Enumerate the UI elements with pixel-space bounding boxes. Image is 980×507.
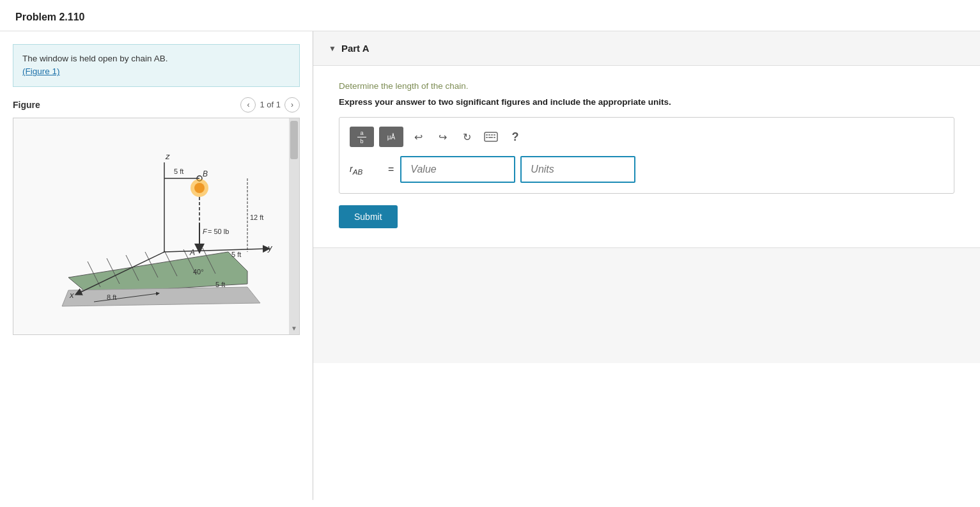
svg-rect-36 <box>491 134 493 136</box>
figure-container: z 5 ft B <box>13 118 300 335</box>
units-input[interactable] <box>520 156 635 183</box>
submit-button[interactable]: Submit <box>339 205 398 228</box>
svg-rect-38 <box>486 137 488 138</box>
svg-text:5 ft: 5 ft <box>215 281 225 288</box>
svg-rect-40 <box>494 137 495 138</box>
svg-rect-39 <box>488 137 493 138</box>
keyboard-button[interactable] <box>481 127 501 146</box>
right-panel: ▼ Part A Determine the length of the cha… <box>313 31 980 500</box>
redo-button[interactable]: ↪ <box>433 127 452 146</box>
svg-text:z: z <box>165 152 170 161</box>
svg-point-16 <box>194 183 205 193</box>
figure-scrollbar[interactable]: ▼ <box>289 118 299 334</box>
figure-link[interactable]: (Figure 1) <box>22 66 60 76</box>
part-a-body: Determine the length of the chain. Expre… <box>313 66 980 247</box>
help-button[interactable]: ? <box>506 127 525 146</box>
figure-header: Figure ‹ 1 of 1 › <box>13 97 300 113</box>
part-a-header[interactable]: ▼ Part A <box>313 31 980 66</box>
svg-line-26 <box>164 249 267 252</box>
part-a-title: Part A <box>341 43 369 54</box>
fraction-icon: a b <box>357 130 366 144</box>
svg-marker-8 <box>62 287 260 306</box>
left-panel: The window is held open by chain AB. (Fi… <box>0 31 313 500</box>
input-label: rAB <box>350 164 382 176</box>
part-a-section: ▼ Part A Determine the length of the cha… <box>313 31 980 248</box>
svg-text:12 ft: 12 ft <box>250 214 263 221</box>
answer-box: a b μÅ ↩ ↪ <box>339 117 954 194</box>
toolbar: a b μÅ ↩ ↪ <box>350 127 944 147</box>
symbol-button[interactable]: μÅ <box>379 127 403 147</box>
svg-rect-37 <box>494 134 495 136</box>
svg-text:x: x <box>69 290 74 300</box>
fraction-button[interactable]: a b <box>350 127 374 147</box>
keyboard-icon <box>484 132 498 142</box>
blurred-content <box>313 248 980 363</box>
figure-nav: ‹ 1 of 1 › <box>240 97 300 113</box>
value-input[interactable] <box>400 156 515 183</box>
svg-text:40°: 40° <box>193 268 204 276</box>
svg-text:5 ft: 5 ft <box>174 168 183 175</box>
instruction-text-2: Express your answer to two significant f… <box>339 97 954 107</box>
prev-arrow[interactable]: ‹ <box>240 97 256 113</box>
scroll-thumb[interactable] <box>290 121 298 159</box>
next-arrow[interactable]: › <box>284 97 300 113</box>
figure-section: Figure ‹ 1 of 1 › <box>0 97 313 335</box>
undo-button[interactable]: ↩ <box>408 127 428 146</box>
svg-rect-34 <box>486 134 488 136</box>
context-text: The window is held open by chain AB. <box>22 54 167 63</box>
page-title: Problem 2.110 <box>0 0 980 31</box>
problem-context: The window is held open by chain AB. (Fi… <box>13 44 300 87</box>
chevron-down-icon: ▼ <box>329 44 336 53</box>
refresh-button[interactable]: ↻ <box>457 127 476 146</box>
svg-rect-35 <box>488 134 490 136</box>
figure-image: z 5 ft B <box>13 118 289 334</box>
symbol-label: μÅ <box>387 134 395 141</box>
input-row: rAB = <box>350 156 944 183</box>
figure-label: Figure <box>13 100 40 110</box>
instruction-text-1: Determine the length of the chain. <box>339 81 954 91</box>
svg-text:5 ft: 5 ft <box>231 251 241 258</box>
svg-text:y: y <box>267 243 273 253</box>
svg-text:= 50 lb: = 50 lb <box>208 228 229 235</box>
svg-text:A: A <box>189 248 195 257</box>
equals-sign: = <box>388 164 394 175</box>
engineering-diagram: z 5 ft B <box>30 124 273 329</box>
svg-text:B: B <box>203 169 208 178</box>
figure-pagination: 1 of 1 <box>260 100 281 109</box>
svg-text:F: F <box>203 228 208 235</box>
